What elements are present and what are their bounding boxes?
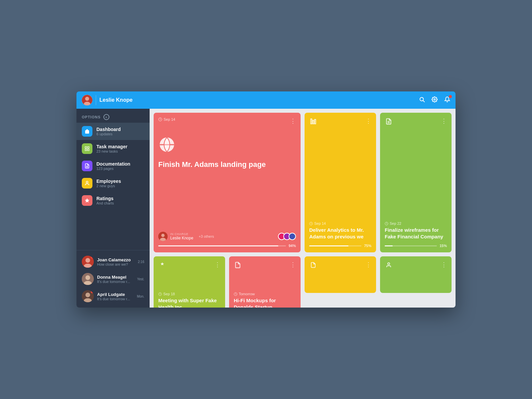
notifications-icon[interactable] — [444, 96, 450, 104]
svg-rect-9 — [87, 149, 89, 151]
employees-title: Employees — [96, 179, 121, 184]
svg-line-4 — [423, 100, 424, 102]
sidebar-item-ratings[interactable]: Ratings And charts — [76, 192, 150, 209]
card-wf-title: Finalize wireframes for Fake Financial C… — [385, 227, 447, 240]
card-large-header: Sep 14 ⋮ — [158, 117, 296, 125]
svg-rect-7 — [87, 147, 89, 148]
svg-rect-6 — [85, 147, 87, 148]
card-da-date: Sep 14 — [309, 221, 371, 225]
card-large-title: Finish Mr. Adams landing page — [158, 160, 296, 170]
extra-avatars — [278, 233, 296, 240]
contact-donna[interactable]: Donna Meagel It's due tomorrow r... Yest… — [76, 270, 150, 288]
svg-rect-28 — [311, 119, 312, 124]
task-manager-nav-text: Task manager 23 new tasks — [96, 144, 127, 153]
wf-progress-pct: 15% — [440, 244, 447, 248]
task-manager-nav-icon — [82, 143, 92, 154]
card-wf-menu[interactable]: ⋮ — [441, 117, 447, 125]
card-b2-menu[interactable]: ⋮ — [441, 261, 447, 268]
card-b1-header: ⋮ — [309, 261, 371, 269]
settings-icon[interactable] — [432, 96, 438, 104]
contact-info-april: April Ludgate It's due tomorrow r... — [97, 292, 134, 301]
contact-info-joan: Joan Calamezzo How close are we? — [97, 257, 135, 266]
card-b2-icon — [385, 261, 393, 269]
add-option-button[interactable]: + — [103, 114, 109, 120]
content-area: Sep 14 ⋮ Finish Mr. Adams landing page — [150, 109, 456, 308]
contact-joan[interactable]: Joan Calamezzo How close are we? 2:16 — [76, 253, 150, 270]
assignee-label: IN CHARGE — [170, 233, 193, 236]
svg-rect-29 — [313, 120, 314, 124]
sidebar-item-employees[interactable]: Employees 2 new guys — [76, 175, 150, 192]
da-progress-fill — [309, 245, 348, 246]
card-wf-progress: 15% — [385, 244, 447, 248]
documentation-nav-icon — [82, 161, 92, 171]
progress-pct: 94% — [289, 244, 296, 248]
ratings-nav-text: Ratings And charts — [96, 196, 114, 205]
nav-items: Dashboard 6 updates Task manager 23 new … — [76, 123, 150, 250]
card-da-menu[interactable]: ⋮ — [365, 117, 371, 125]
contact-time-joan: 2:16 — [138, 260, 144, 264]
header-right — [419, 96, 450, 104]
card-da-spacer — [309, 127, 371, 221]
card-mt-date: Sep 18 — [158, 292, 220, 296]
card-b1-icon — [309, 261, 317, 269]
card-meeting[interactable]: ⋮ Sep 18 Meeting with Super Fake Health … — [154, 256, 225, 308]
card-hf-title: Hi-Fi Mockups for Donalds Startup — [234, 297, 296, 308]
sidebar-item-task-manager[interactable]: Task manager 23 new tasks — [76, 140, 150, 157]
employees-nav-text: Employees 2 new guys — [96, 179, 121, 188]
contact-april[interactable]: April Ludgate It's due tomorrow r... Mon… — [76, 288, 150, 305]
da-progress-bg — [309, 245, 361, 246]
card-large-footer: IN CHARGE Leslie Knope +3 others — [158, 232, 296, 248]
contact-badge-joan — [91, 256, 94, 259]
documentation-nav-text: Documentation 123 pages — [96, 161, 130, 171]
contact-msg-april: It's due tomorrow r... — [97, 297, 134, 301]
dashboard-title: Dashboard — [96, 127, 121, 132]
card-mt-header: ⋮ — [158, 261, 220, 269]
contact-time-donna: Yest. — [137, 277, 144, 281]
dashboard-nav-icon — [82, 126, 92, 137]
dashboard-nav-text: Dashboard 6 updates — [96, 127, 121, 136]
card-large-menu[interactable]: ⋮ — [290, 117, 296, 125]
contact-msg-joan: How close are we? — [97, 262, 135, 266]
card-wireframes[interactable]: ⋮ Sep 22 Finalize wireframes for Fake Fi… — [380, 113, 452, 252]
card-b2-header: ⋮ — [385, 261, 447, 269]
card-hf-menu[interactable]: ⋮ — [290, 261, 296, 268]
card-wf-date: Sep 22 — [385, 221, 447, 225]
dashboard-subtitle: 6 updates — [96, 132, 121, 136]
svg-point-37 — [388, 263, 390, 265]
task-manager-subtitle: 23 new tasks — [96, 149, 127, 153]
sidebar-item-documentation[interactable]: Documentation 123 pages — [76, 157, 150, 175]
card-b1-menu[interactable]: ⋮ — [365, 261, 371, 268]
card-large-progress: 94% — [158, 244, 296, 248]
card-hf-spacer — [234, 270, 296, 292]
card-bottom-2[interactable]: ⋮ — [380, 256, 452, 293]
contact-badge-april — [91, 290, 94, 293]
contacts-section: Joan Calamezzo How close are we? 2:16 — [76, 250, 150, 308]
documentation-title: Documentation — [96, 161, 130, 167]
card-large[interactable]: Sep 14 ⋮ Finish Mr. Adams landing page — [154, 113, 301, 252]
card-large-globe-icon — [158, 136, 296, 155]
card-large-assignee: IN CHARGE Leslie Knope +3 others — [158, 232, 296, 241]
card-mockups[interactable]: ⋮ Tomorrow Hi-Fi Mockups for Donalds Sta… — [229, 256, 301, 308]
sidebar-item-dashboard[interactable]: Dashboard 6 updates — [76, 123, 150, 140]
svg-point-12 — [86, 181, 88, 183]
wf-progress-bg — [385, 245, 437, 246]
svg-point-20 — [85, 293, 90, 297]
search-icon[interactable] — [419, 96, 425, 104]
contact-name-joan: Joan Calamezzo — [97, 257, 135, 262]
contact-msg-donna: It's due tomorrow r... — [97, 280, 134, 284]
card-deliver-analytics[interactable]: ⋮ Sep 14 Deliver Analytics to Mr. Adams … — [305, 113, 376, 252]
card-hf-icon — [234, 261, 242, 269]
card-da-header: ⋮ — [309, 117, 371, 125]
card-mt-menu[interactable]: ⋮ — [214, 261, 220, 268]
card-wf-spacer — [385, 127, 447, 221]
card-wf-icon — [385, 117, 393, 125]
card-da-progress: 75% — [309, 244, 371, 248]
card-da-icon — [309, 117, 317, 125]
card-hf-date: Tomorrow — [234, 292, 296, 296]
notification-badge — [449, 95, 452, 98]
contact-name-donna: Donna Meagel — [97, 275, 134, 280]
card-mt-icon — [158, 261, 166, 269]
card-bottom-1[interactable]: ⋮ — [305, 256, 376, 293]
wf-progress-fill — [385, 245, 393, 246]
header-left: Leslie Knope — [82, 95, 133, 105]
